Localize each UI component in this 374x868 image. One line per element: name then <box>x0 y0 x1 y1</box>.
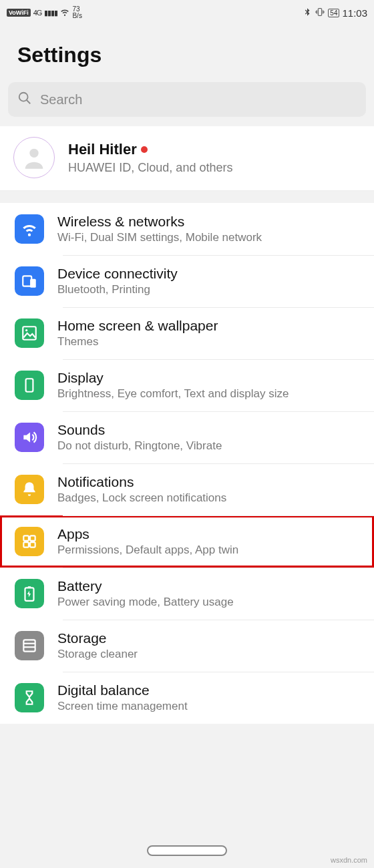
nav-home-pill[interactable] <box>147 845 227 856</box>
item-sub: Brightness, Eye comfort, Text and displa… <box>57 387 361 401</box>
devices-icon <box>15 266 44 296</box>
settings-item-home[interactable]: Home screen & wallpaperThemes <box>0 307 374 359</box>
settings-item-display[interactable]: DisplayBrightness, Eye comfort, Text and… <box>0 359 374 411</box>
grid-icon <box>15 527 44 556</box>
notification-dot-icon <box>141 146 148 153</box>
item-title: Notifications <box>57 474 361 490</box>
item-sub: Storage cleaner <box>57 648 361 661</box>
item-sub: Themes <box>57 335 361 349</box>
item-title: Home screen & wallpaper <box>57 318 361 334</box>
wifi-icon <box>15 214 44 244</box>
settings-item-battery[interactable]: BatteryPower saving mode, Battery usage <box>0 568 374 620</box>
item-title: Apps <box>57 526 361 542</box>
settings-item-storage[interactable]: StorageStorage cleaner <box>0 620 374 672</box>
watermark: wsxdn.com <box>331 856 367 864</box>
settings-item-digital[interactable]: Digital balanceScreen time management <box>0 672 374 724</box>
svg-line-2 <box>27 100 31 104</box>
svg-point-1 <box>19 93 28 101</box>
item-sub: Bluetooth, Printing <box>57 283 361 296</box>
account-sub: HUAWEI ID, Cloud, and others <box>68 161 232 175</box>
page-header: Settings <box>0 23 374 82</box>
bluetooth-icon <box>303 7 312 19</box>
item-sub: Screen time management <box>57 700 361 713</box>
wifi-status-icon <box>60 7 69 19</box>
item-title: Display <box>57 370 361 386</box>
avatar <box>13 137 55 178</box>
battery-icon <box>15 579 44 608</box>
signal-icon: ▮▮▮▮ <box>44 9 57 17</box>
item-title: Storage <box>57 630 361 646</box>
item-title: Battery <box>57 578 361 594</box>
search-input[interactable]: Search <box>8 82 366 117</box>
svg-rect-0 <box>319 8 322 15</box>
phone-icon <box>15 371 44 400</box>
clock: 11:03 <box>342 7 367 19</box>
bell-icon <box>15 475 44 504</box>
volume-icon <box>15 423 44 452</box>
search-placeholder: Search <box>40 92 82 107</box>
page-title: Settings <box>17 43 357 67</box>
settings-item-wireless[interactable]: Wireless & networksWi-Fi, Dual SIM setti… <box>0 203 374 255</box>
item-title: Digital balance <box>57 682 361 698</box>
settings-item-sounds[interactable]: SoundsDo not disturb, Ringtone, Vibrate <box>0 411 374 463</box>
item-title: Sounds <box>57 422 361 438</box>
network-label: 4G <box>33 9 42 17</box>
battery-indicator: 54 <box>328 9 339 17</box>
data-rate: 73B/s <box>72 6 81 19</box>
storage-icon <box>15 631 44 660</box>
item-sub: Badges, Lock screen notifications <box>57 491 361 505</box>
svg-point-3 <box>29 149 38 158</box>
item-title: Device connectivity <box>57 266 361 282</box>
settings-item-notifications[interactable]: NotificationsBadges, Lock screen notific… <box>0 463 374 515</box>
account-row[interactable]: Heil Hitler HUAWEI ID, Cloud, and others <box>0 126 374 191</box>
item-sub: Do not disturb, Ringtone, Vibrate <box>57 439 361 453</box>
status-bar: VoWiFi 4G ▮▮▮▮ 73B/s 54 11:03 <box>0 0 374 23</box>
account-name: Heil Hitler <box>68 141 232 158</box>
item-sub: Wi-Fi, Dual SIM settings, Mobile network <box>57 231 361 244</box>
image-icon <box>15 318 44 348</box>
item-sub: Power saving mode, Battery usage <box>57 596 361 609</box>
hourglass-icon <box>15 683 44 712</box>
search-icon <box>17 91 32 108</box>
item-sub: Permissions, Default apps, App twin <box>57 544 361 557</box>
settings-item-device[interactable]: Device connectivityBluetooth, Printing <box>0 255 374 307</box>
settings-item-apps[interactable]: AppsPermissions, Default apps, App twin <box>0 515 374 568</box>
item-title: Wireless & networks <box>57 214 361 230</box>
settings-list: Wireless & networksWi-Fi, Dual SIM setti… <box>0 203 374 724</box>
vowifi-badge: VoWiFi <box>7 9 31 17</box>
vibrate-icon <box>315 7 325 19</box>
